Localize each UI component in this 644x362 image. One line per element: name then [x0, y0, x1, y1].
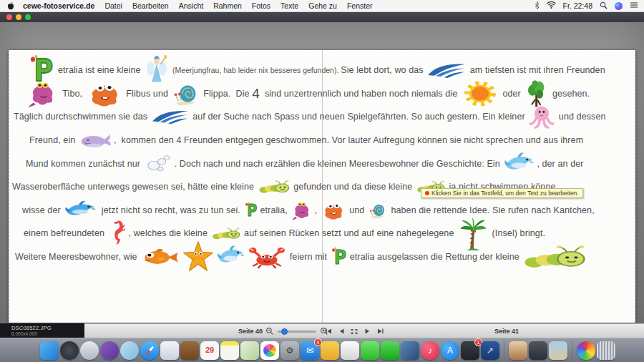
- story-text: (Meerjungfrau, hab leider nix besseres g…: [170, 66, 341, 74]
- dock-photo-thumb-3-icon[interactable]: [549, 341, 567, 360]
- siri-icon[interactable]: [615, 2, 623, 10]
- fit-spread-button[interactable]: [349, 326, 359, 336]
- menu-item-gehe-zu[interactable]: Gehe zu: [308, 1, 337, 10]
- menu-item-datei[interactable]: Datei: [104, 1, 122, 10]
- menu-bar: cewe-fotoservice.de DateiBearbeitenAnsic…: [0, 0, 644, 12]
- dock-app-lightblue-icon[interactable]: [120, 341, 139, 360]
- story-text: Flibus und: [124, 89, 171, 99]
- apple-menu-icon[interactable]: [7, 1, 14, 10]
- dock-facetime-icon[interactable]: [381, 341, 399, 360]
- caterpillar-icon: [523, 240, 586, 274]
- story-text: auf der Suche nach Spass und neuen Spiel…: [190, 112, 528, 122]
- spotlight-search-icon[interactable]: [600, 1, 608, 11]
- dock-notes-icon[interactable]: [220, 341, 239, 360]
- dock-wallet-app-icon[interactable]: [180, 341, 199, 360]
- svg-text:P: P: [334, 246, 346, 268]
- story-text: Flippa. Die: [201, 89, 253, 99]
- story-text: auf seinen Rücken setzt und auf eine nah…: [242, 228, 457, 238]
- dock-rocket-app-icon[interactable]: [80, 341, 99, 360]
- dock-trash-icon[interactable]: [597, 341, 615, 360]
- story-text: haben die rettende Idee. Sie rufen nach …: [389, 205, 595, 215]
- dock-maps-icon[interactable]: [240, 341, 259, 360]
- dock-itunes-store-icon[interactable]: [100, 341, 119, 360]
- bluetooth-icon[interactable]: [535, 1, 540, 11]
- zoom-out-icon[interactable]: [265, 326, 275, 336]
- tooltip-text: Klicken Sie in das Textfeld, um den Text…: [431, 190, 579, 197]
- letter-p-icon: P: [331, 247, 348, 267]
- right-page-label: Seite 41: [484, 328, 530, 335]
- dock-calendar-icon[interactable]: 29: [200, 341, 219, 360]
- dock-safari-icon[interactable]: [140, 341, 159, 360]
- snail-icon: [172, 79, 200, 108]
- story-text: (Insel) bringt.: [489, 228, 545, 238]
- story-text: und dessen: [556, 112, 605, 122]
- fish-icon: [141, 243, 180, 270]
- menu-item-fotos[interactable]: Fotos: [252, 1, 270, 10]
- story-text: Sie lebt dort, wo das: [341, 65, 426, 75]
- story-line-4: Freund, ein , kommen den 4 Freunden entg…: [29, 129, 633, 152]
- notification-center-icon[interactable]: [630, 1, 638, 10]
- story-text: gesehen.: [550, 89, 590, 99]
- dock-dashboard-icon[interactable]: [160, 341, 179, 360]
- dock-utilities-gear-icon[interactable]: ⚙: [280, 341, 299, 360]
- dock-photo-thumb-2-icon[interactable]: [529, 341, 547, 360]
- dolphin-icon: [504, 150, 535, 177]
- last-page-button[interactable]: [375, 326, 385, 336]
- dock-messages-icon[interactable]: [361, 341, 379, 360]
- story-text: oder: [500, 89, 524, 99]
- close-window-button[interactable]: [6, 14, 12, 20]
- dock-photo-app-icon[interactable]: [401, 341, 419, 360]
- editor-workspace: Petralia ist eine kleine (Meerjungfrau, …: [0, 22, 644, 338]
- previous-page-button[interactable]: [336, 326, 346, 336]
- zoom-slider-knob[interactable]: [281, 328, 288, 335]
- dolphin-icon: [217, 243, 245, 270]
- next-page-button[interactable]: [362, 326, 372, 336]
- menu-item-ansicht[interactable]: Ansicht: [179, 1, 203, 10]
- menu-clock[interactable]: Fr. 22:48: [563, 1, 592, 10]
- story-text: , der an der: [537, 159, 583, 169]
- letter-p-icon: P: [245, 202, 259, 219]
- dock-launchpad-icon[interactable]: [60, 341, 79, 360]
- snail-icon: [369, 200, 387, 220]
- monster-orange-icon: [321, 199, 346, 222]
- story-text: , welches die kleine: [129, 228, 210, 238]
- story-text: am tiefsten ist mit ihren Freunden: [467, 65, 605, 75]
- dock-app-store-icon[interactable]: A: [441, 341, 459, 360]
- dock-photo-thumb-1-icon[interactable]: [509, 341, 527, 360]
- story-text: Mund kommen zunächst nur: [26, 159, 143, 169]
- story-line-7: wisse der jetzt nicht so recht, was zu t…: [22, 199, 633, 222]
- dock-cewe-app-icon[interactable]: [577, 341, 595, 360]
- dock-transfer-app-icon[interactable]: ↗: [481, 341, 499, 360]
- menu-item-rahmen[interactable]: Rahmen: [213, 1, 242, 10]
- zoom-window-button[interactable]: [25, 14, 31, 20]
- starfish-icon: [182, 240, 214, 273]
- dock-mail-icon[interactable]: ✉4: [301, 341, 319, 360]
- first-page-button[interactable]: [323, 326, 333, 336]
- zoom-slider[interactable]: [278, 331, 316, 333]
- menu-item-bearbeiten[interactable]: Bearbeiten: [132, 1, 169, 10]
- dock-itunes-icon[interactable]: ♪: [421, 341, 439, 360]
- dock-camera-app-icon[interactable]: 1: [461, 341, 479, 360]
- seahorse-icon: [109, 219, 127, 248]
- menu-app-name[interactable]: cewe-fotoservice.de: [23, 1, 94, 10]
- story-text: Tibo,: [60, 89, 85, 99]
- menu-item-fenster[interactable]: Fenster: [347, 1, 373, 10]
- story-text: feiern mit: [287, 252, 330, 262]
- edit-text-tooltip: Klicken Sie in das Textfeld, um den Text…: [421, 188, 583, 198]
- story-text-frame[interactable]: Petralia ist eine kleine (Meerjungfrau, …: [12, 59, 633, 268]
- dock-separator: [504, 341, 504, 361]
- minimize-window-button[interactable]: [16, 14, 21, 20]
- dock-textedit-icon[interactable]: [341, 341, 359, 360]
- dock-finder-icon[interactable]: [40, 341, 59, 360]
- caterpillar-icon: [212, 225, 240, 243]
- dock-folder-yellow-icon[interactable]: [321, 341, 339, 360]
- menu-item-texte[interactable]: Texte: [280, 1, 298, 10]
- whale-icon: [79, 129, 112, 151]
- story-line-2: Tibo, Flibus und Flippa. Die 4 sind unze…: [26, 82, 633, 106]
- fairy-icon: [145, 54, 169, 87]
- story-text: . Doch nach und nach erzählen die kleine…: [175, 159, 503, 169]
- wifi-icon[interactable]: [547, 1, 556, 10]
- page-spread[interactable]: Petralia ist eine kleine (Meerjungfrau, …: [9, 50, 635, 323]
- dock-photos-icon[interactable]: [260, 341, 279, 360]
- story-text: wisse der: [22, 205, 63, 215]
